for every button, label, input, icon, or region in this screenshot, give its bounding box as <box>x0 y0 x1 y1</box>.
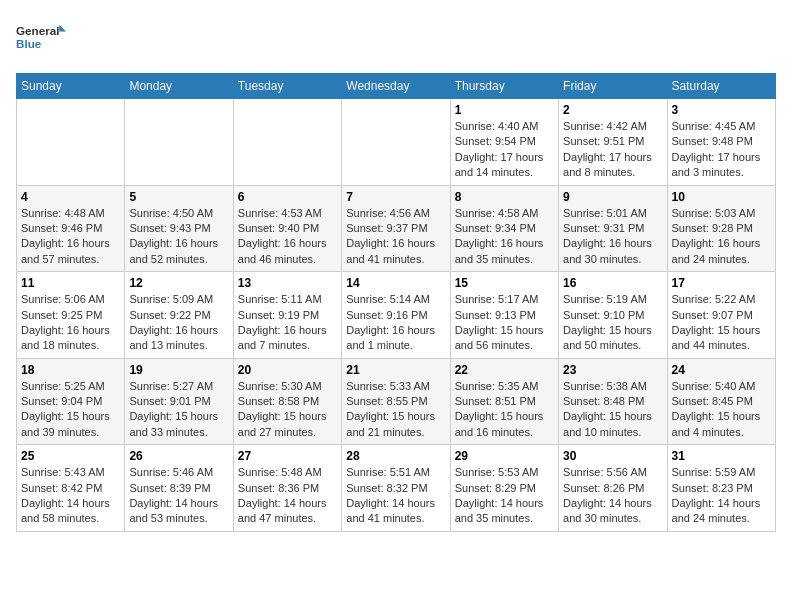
calendar-day-cell: 21Sunrise: 5:33 AM Sunset: 8:55 PM Dayli… <box>342 358 450 445</box>
calendar-day-cell: 26Sunrise: 5:46 AM Sunset: 8:39 PM Dayli… <box>125 445 233 532</box>
day-info: Sunrise: 5:11 AM Sunset: 9:19 PM Dayligh… <box>238 292 337 354</box>
day-info: Sunrise: 5:01 AM Sunset: 9:31 PM Dayligh… <box>563 206 662 268</box>
calendar-day-cell: 12Sunrise: 5:09 AM Sunset: 9:22 PM Dayli… <box>125 272 233 359</box>
day-number: 16 <box>563 276 662 290</box>
day-info: Sunrise: 4:50 AM Sunset: 9:43 PM Dayligh… <box>129 206 228 268</box>
logo: General Blue <box>16 16 66 61</box>
day-info: Sunrise: 5:27 AM Sunset: 9:01 PM Dayligh… <box>129 379 228 441</box>
day-number: 25 <box>21 449 120 463</box>
day-number: 18 <box>21 363 120 377</box>
calendar-week-row: 11Sunrise: 5:06 AM Sunset: 9:25 PM Dayli… <box>17 272 776 359</box>
weekday-header: Monday <box>125 74 233 99</box>
day-info: Sunrise: 5:53 AM Sunset: 8:29 PM Dayligh… <box>455 465 554 527</box>
day-number: 14 <box>346 276 445 290</box>
calendar-day-cell: 6Sunrise: 4:53 AM Sunset: 9:40 PM Daylig… <box>233 185 341 272</box>
calendar-day-cell: 4Sunrise: 4:48 AM Sunset: 9:46 PM Daylig… <box>17 185 125 272</box>
day-number: 17 <box>672 276 771 290</box>
calendar-week-row: 1Sunrise: 4:40 AM Sunset: 9:54 PM Daylig… <box>17 99 776 186</box>
calendar-week-row: 4Sunrise: 4:48 AM Sunset: 9:46 PM Daylig… <box>17 185 776 272</box>
calendar-day-cell: 3Sunrise: 4:45 AM Sunset: 9:48 PM Daylig… <box>667 99 775 186</box>
day-number: 22 <box>455 363 554 377</box>
svg-text:Blue: Blue <box>16 37 42 50</box>
day-info: Sunrise: 5:46 AM Sunset: 8:39 PM Dayligh… <box>129 465 228 527</box>
calendar-day-cell: 1Sunrise: 4:40 AM Sunset: 9:54 PM Daylig… <box>450 99 558 186</box>
day-info: Sunrise: 5:35 AM Sunset: 8:51 PM Dayligh… <box>455 379 554 441</box>
calendar-day-cell: 18Sunrise: 5:25 AM Sunset: 9:04 PM Dayli… <box>17 358 125 445</box>
calendar-day-cell: 2Sunrise: 4:42 AM Sunset: 9:51 PM Daylig… <box>559 99 667 186</box>
day-info: Sunrise: 4:40 AM Sunset: 9:54 PM Dayligh… <box>455 119 554 181</box>
calendar-day-cell: 29Sunrise: 5:53 AM Sunset: 8:29 PM Dayli… <box>450 445 558 532</box>
day-info: Sunrise: 4:45 AM Sunset: 9:48 PM Dayligh… <box>672 119 771 181</box>
day-number: 3 <box>672 103 771 117</box>
day-number: 7 <box>346 190 445 204</box>
calendar-week-row: 18Sunrise: 5:25 AM Sunset: 9:04 PM Dayli… <box>17 358 776 445</box>
day-info: Sunrise: 5:09 AM Sunset: 9:22 PM Dayligh… <box>129 292 228 354</box>
calendar-day-cell: 16Sunrise: 5:19 AM Sunset: 9:10 PM Dayli… <box>559 272 667 359</box>
day-info: Sunrise: 5:03 AM Sunset: 9:28 PM Dayligh… <box>672 206 771 268</box>
day-number: 29 <box>455 449 554 463</box>
day-number: 13 <box>238 276 337 290</box>
calendar-day-cell: 20Sunrise: 5:30 AM Sunset: 8:58 PM Dayli… <box>233 358 341 445</box>
weekday-header: Sunday <box>17 74 125 99</box>
day-info: Sunrise: 5:22 AM Sunset: 9:07 PM Dayligh… <box>672 292 771 354</box>
calendar-day-cell: 11Sunrise: 5:06 AM Sunset: 9:25 PM Dayli… <box>17 272 125 359</box>
day-number: 4 <box>21 190 120 204</box>
day-info: Sunrise: 4:42 AM Sunset: 9:51 PM Dayligh… <box>563 119 662 181</box>
day-number: 9 <box>563 190 662 204</box>
day-info: Sunrise: 5:43 AM Sunset: 8:42 PM Dayligh… <box>21 465 120 527</box>
calendar-day-cell: 9Sunrise: 5:01 AM Sunset: 9:31 PM Daylig… <box>559 185 667 272</box>
day-info: Sunrise: 5:25 AM Sunset: 9:04 PM Dayligh… <box>21 379 120 441</box>
calendar-table: SundayMondayTuesdayWednesdayThursdayFrid… <box>16 73 776 532</box>
calendar-day-cell: 24Sunrise: 5:40 AM Sunset: 8:45 PM Dayli… <box>667 358 775 445</box>
day-number: 15 <box>455 276 554 290</box>
day-info: Sunrise: 5:38 AM Sunset: 8:48 PM Dayligh… <box>563 379 662 441</box>
day-info: Sunrise: 5:56 AM Sunset: 8:26 PM Dayligh… <box>563 465 662 527</box>
weekday-header: Tuesday <box>233 74 341 99</box>
day-info: Sunrise: 5:19 AM Sunset: 9:10 PM Dayligh… <box>563 292 662 354</box>
calendar-day-cell: 19Sunrise: 5:27 AM Sunset: 9:01 PM Dayli… <box>125 358 233 445</box>
day-info: Sunrise: 4:53 AM Sunset: 9:40 PM Dayligh… <box>238 206 337 268</box>
day-info: Sunrise: 5:17 AM Sunset: 9:13 PM Dayligh… <box>455 292 554 354</box>
weekday-header: Saturday <box>667 74 775 99</box>
calendar-day-cell: 23Sunrise: 5:38 AM Sunset: 8:48 PM Dayli… <box>559 358 667 445</box>
day-number: 30 <box>563 449 662 463</box>
logo-svg: General Blue <box>16 16 66 61</box>
day-info: Sunrise: 5:33 AM Sunset: 8:55 PM Dayligh… <box>346 379 445 441</box>
day-info: Sunrise: 5:59 AM Sunset: 8:23 PM Dayligh… <box>672 465 771 527</box>
calendar-day-cell <box>125 99 233 186</box>
calendar-day-cell: 15Sunrise: 5:17 AM Sunset: 9:13 PM Dayli… <box>450 272 558 359</box>
calendar-week-row: 25Sunrise: 5:43 AM Sunset: 8:42 PM Dayli… <box>17 445 776 532</box>
day-number: 2 <box>563 103 662 117</box>
day-info: Sunrise: 5:30 AM Sunset: 8:58 PM Dayligh… <box>238 379 337 441</box>
day-number: 20 <box>238 363 337 377</box>
weekday-header: Wednesday <box>342 74 450 99</box>
weekday-header: Friday <box>559 74 667 99</box>
day-number: 24 <box>672 363 771 377</box>
day-number: 28 <box>346 449 445 463</box>
page-header: General Blue <box>16 16 776 61</box>
day-number: 11 <box>21 276 120 290</box>
weekday-header: Thursday <box>450 74 558 99</box>
day-info: Sunrise: 5:51 AM Sunset: 8:32 PM Dayligh… <box>346 465 445 527</box>
day-number: 10 <box>672 190 771 204</box>
day-number: 19 <box>129 363 228 377</box>
calendar-day-cell: 22Sunrise: 5:35 AM Sunset: 8:51 PM Dayli… <box>450 358 558 445</box>
calendar-day-cell <box>17 99 125 186</box>
svg-marker-2 <box>59 25 66 32</box>
calendar-day-cell: 10Sunrise: 5:03 AM Sunset: 9:28 PM Dayli… <box>667 185 775 272</box>
calendar-day-cell: 28Sunrise: 5:51 AM Sunset: 8:32 PM Dayli… <box>342 445 450 532</box>
day-number: 27 <box>238 449 337 463</box>
day-number: 8 <box>455 190 554 204</box>
day-info: Sunrise: 4:56 AM Sunset: 9:37 PM Dayligh… <box>346 206 445 268</box>
day-number: 6 <box>238 190 337 204</box>
day-info: Sunrise: 5:14 AM Sunset: 9:16 PM Dayligh… <box>346 292 445 354</box>
day-info: Sunrise: 5:40 AM Sunset: 8:45 PM Dayligh… <box>672 379 771 441</box>
day-info: Sunrise: 4:58 AM Sunset: 9:34 PM Dayligh… <box>455 206 554 268</box>
day-number: 12 <box>129 276 228 290</box>
calendar-day-cell: 14Sunrise: 5:14 AM Sunset: 9:16 PM Dayli… <box>342 272 450 359</box>
svg-text:General: General <box>16 24 59 37</box>
calendar-day-cell: 8Sunrise: 4:58 AM Sunset: 9:34 PM Daylig… <box>450 185 558 272</box>
day-info: Sunrise: 4:48 AM Sunset: 9:46 PM Dayligh… <box>21 206 120 268</box>
calendar-day-cell: 25Sunrise: 5:43 AM Sunset: 8:42 PM Dayli… <box>17 445 125 532</box>
day-info: Sunrise: 5:48 AM Sunset: 8:36 PM Dayligh… <box>238 465 337 527</box>
